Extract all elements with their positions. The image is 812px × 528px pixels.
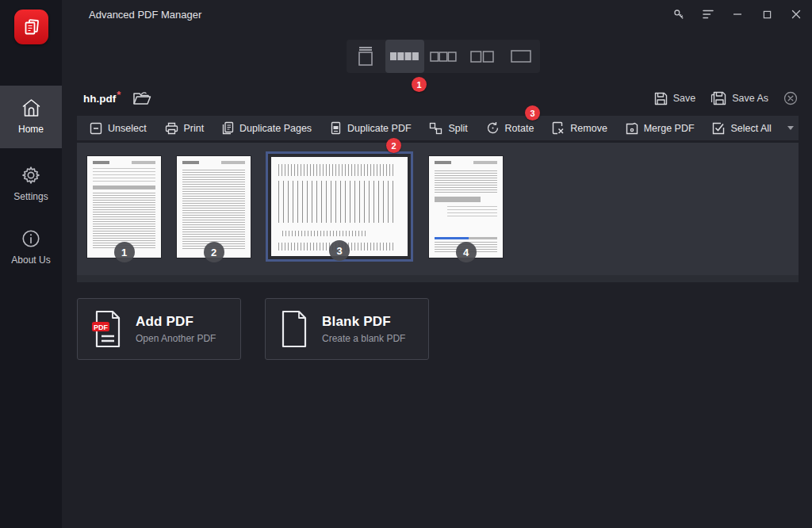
toolbar-label: Print bbox=[184, 123, 205, 134]
thumbnail-page: 3 bbox=[271, 157, 408, 256]
thumbnail-content bbox=[435, 197, 481, 201]
duplicate-pdf-button[interactable]: Duplicate PDF bbox=[330, 121, 412, 135]
app-title: Advanced PDF Manager bbox=[89, 9, 201, 21]
page-thumbnail-3-selected[interactable]: 3 bbox=[266, 151, 413, 262]
info-icon bbox=[21, 228, 41, 249]
list-view-icon[interactable] bbox=[347, 40, 385, 73]
thumbnail-content bbox=[278, 181, 394, 223]
app-window: Advanced PDF Manager bbox=[0, 0, 812, 528]
dropdown-caret-icon[interactable] bbox=[787, 116, 794, 140]
pdf-manager-logo bbox=[14, 10, 48, 44]
toolbar-label: Split bbox=[448, 123, 467, 134]
open-folder-icon[interactable] bbox=[132, 90, 151, 106]
split-icon bbox=[429, 122, 442, 135]
title-bar: Advanced PDF Manager bbox=[62, 0, 812, 29]
add-pdf-button[interactable]: PDF Add PDF Open Another PDF bbox=[77, 298, 241, 360]
duplicate-pdf-icon bbox=[330, 121, 342, 135]
rotate-button[interactable]: Rotate bbox=[486, 121, 534, 135]
select-all-button[interactable]: Select All bbox=[712, 122, 771, 135]
split-button[interactable]: Split bbox=[429, 122, 467, 135]
save-as-icon bbox=[710, 91, 726, 105]
menu-icon[interactable] bbox=[702, 8, 714, 21]
sidebar-item-about[interactable]: About Us bbox=[0, 224, 62, 274]
horizontal-scrollbar[interactable] bbox=[77, 275, 799, 282]
unselect-button[interactable]: Unselect bbox=[90, 122, 147, 135]
page-number-badge: 4 bbox=[456, 242, 477, 262]
printer-icon bbox=[165, 122, 178, 135]
sidebar: Home Settings About Us bbox=[0, 0, 62, 528]
page-toolbar: Unselect Print Duplicate Pages bbox=[77, 116, 799, 140]
close-icon[interactable] bbox=[790, 8, 802, 21]
remove-icon bbox=[552, 121, 565, 135]
file-bar: hh.pdf * bbox=[83, 87, 151, 109]
remove-button[interactable]: Remove bbox=[552, 121, 607, 135]
thumbnail-content bbox=[447, 206, 496, 216]
thumbnail-panel: 1 2 3 4 bbox=[77, 143, 799, 282]
key-icon[interactable] bbox=[672, 8, 685, 21]
sidebar-item-home[interactable]: Home bbox=[0, 86, 62, 148]
toolbar-label: Duplicate Pages bbox=[239, 123, 312, 134]
duplicate-pages-icon bbox=[222, 121, 234, 135]
blank-pdf-icon bbox=[278, 309, 310, 349]
card-text: Blank PDF Create a blank PDF bbox=[322, 314, 405, 344]
toolbar-label: Select All bbox=[730, 123, 771, 134]
print-button[interactable]: Print bbox=[165, 122, 205, 135]
sidebar-item-settings[interactable]: Settings bbox=[0, 160, 62, 211]
filename: hh.pdf bbox=[83, 93, 116, 105]
toolbar-label: Duplicate PDF bbox=[347, 123, 412, 134]
gear-icon bbox=[21, 165, 41, 186]
grid-four-icon[interactable] bbox=[385, 40, 424, 73]
home-icon bbox=[21, 98, 42, 118]
blank-pdf-subtitle: Create a blank PDF bbox=[322, 333, 405, 344]
sidebar-item-label: Settings bbox=[13, 191, 48, 202]
toolbar-label: Remove bbox=[570, 123, 607, 134]
svg-text:PDF: PDF bbox=[94, 323, 109, 331]
thumbnail-content bbox=[435, 237, 496, 239]
duplicate-pages-button[interactable]: Duplicate Pages bbox=[222, 121, 312, 135]
unsaved-marker: * bbox=[117, 89, 121, 101]
single-page-icon[interactable] bbox=[501, 40, 540, 73]
save-as-button[interactable]: Save As bbox=[710, 91, 768, 105]
sidebar-item-label: About Us bbox=[11, 254, 50, 266]
sidebar-item-label: Home bbox=[18, 124, 44, 135]
grid-two-icon[interactable] bbox=[462, 40, 501, 73]
page-thumbnail-2[interactable]: 2 bbox=[177, 156, 251, 258]
merge-pdf-button[interactable]: Merge PDF bbox=[626, 122, 695, 135]
thumbnail-content bbox=[278, 164, 394, 176]
page-thumbnail-4[interactable]: 4 bbox=[429, 156, 503, 258]
card-text: Add PDF Open Another PDF bbox=[136, 314, 216, 344]
blank-pdf-button[interactable]: Blank PDF Create a blank PDF bbox=[265, 298, 429, 360]
thumbnail-content bbox=[182, 170, 244, 251]
blank-pdf-title: Blank PDF bbox=[322, 314, 405, 330]
maximize-icon[interactable] bbox=[760, 8, 773, 21]
save-label: Save bbox=[673, 93, 696, 104]
page-number-badge: 2 bbox=[204, 242, 224, 262]
unselect-icon bbox=[90, 122, 102, 135]
close-circle-icon[interactable] bbox=[783, 91, 798, 105]
grid-three-icon[interactable] bbox=[424, 40, 463, 73]
view-mode-switcher bbox=[347, 40, 540, 73]
minimize-icon[interactable] bbox=[731, 8, 744, 21]
add-pdf-icon: PDF bbox=[90, 309, 124, 349]
rotate-icon bbox=[486, 121, 500, 135]
merge-pdf-icon bbox=[626, 122, 638, 135]
thumbnail-content bbox=[435, 170, 496, 193]
page-thumbnail-1[interactable]: 1 bbox=[87, 156, 161, 258]
thumbnail-content bbox=[182, 161, 244, 164]
thumbnail-content bbox=[93, 168, 155, 182]
add-pdf-subtitle: Open Another PDF bbox=[136, 333, 216, 344]
save-icon bbox=[654, 92, 668, 105]
save-as-label: Save As bbox=[732, 93, 768, 104]
callout-badge-2: 2 bbox=[386, 138, 401, 153]
toolbar-label: Rotate bbox=[505, 123, 534, 134]
thumbnail-content bbox=[93, 186, 155, 189]
save-button[interactable]: Save bbox=[654, 92, 696, 105]
window-controls bbox=[672, 0, 802, 29]
file-save-group: Save Save As bbox=[654, 87, 798, 109]
thumbnail-content bbox=[93, 161, 155, 164]
thumbnail-content bbox=[435, 161, 496, 164]
callout-badge-3: 3 bbox=[525, 105, 540, 121]
thumbnail-content bbox=[93, 193, 155, 250]
callout-badge-1: 1 bbox=[412, 77, 427, 92]
page-number-badge: 1 bbox=[114, 242, 135, 262]
